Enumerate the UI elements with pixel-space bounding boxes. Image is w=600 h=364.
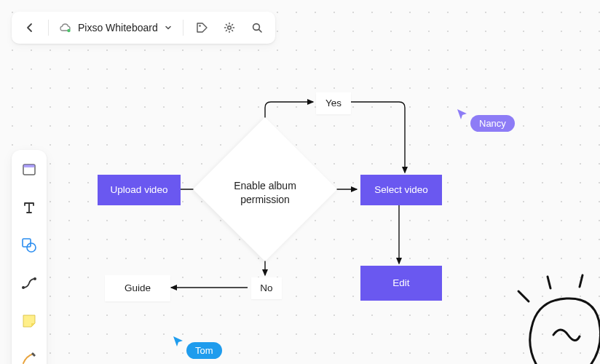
topbar: Pixso Whiteboard xyxy=(12,12,275,44)
tool-layout[interactable] xyxy=(17,157,42,182)
svg-point-16 xyxy=(27,243,36,252)
cursor-tom: Tom xyxy=(172,335,222,359)
cursor-icon xyxy=(172,335,185,348)
cloud-icon xyxy=(59,21,72,34)
cursor-label: Nancy xyxy=(470,115,515,132)
tag-icon xyxy=(195,21,208,34)
tool-shape[interactable] xyxy=(17,233,42,258)
svg-point-17 xyxy=(22,286,25,289)
tool-pen[interactable] xyxy=(17,347,42,364)
toolbar xyxy=(12,150,47,364)
node-enable-permission-label: Enable album permission xyxy=(214,179,316,207)
node-no[interactable]: No xyxy=(251,277,282,299)
chevron-left-icon xyxy=(24,22,36,33)
svg-line-7 xyxy=(580,275,583,287)
sticky-note-icon xyxy=(21,313,37,329)
svg-line-6 xyxy=(548,277,550,288)
svg-line-5 xyxy=(518,291,529,301)
cursor-icon xyxy=(456,108,469,121)
node-select-video[interactable]: Select video xyxy=(360,175,442,205)
file-title-dropdown[interactable]: Pixso Whiteboard xyxy=(55,21,177,34)
node-guide[interactable]: Guide xyxy=(105,275,170,301)
chevron-down-icon xyxy=(164,23,173,32)
svg-rect-14 xyxy=(23,165,35,167)
node-label: Guide xyxy=(125,282,151,295)
svg-point-8 xyxy=(67,29,70,32)
node-upload-video[interactable]: Upload video xyxy=(98,175,181,205)
node-label: Yes xyxy=(325,97,342,110)
node-label: No xyxy=(260,282,272,295)
canvas[interactable]: Upload video Enable album permission Yes… xyxy=(0,0,600,364)
connector-icon xyxy=(20,274,38,292)
tool-sticky-note[interactable] xyxy=(17,309,42,333)
settings-button[interactable] xyxy=(217,15,242,40)
tool-connector[interactable] xyxy=(17,271,42,296)
tag-button[interactable] xyxy=(189,15,214,40)
svg-point-18 xyxy=(33,277,36,280)
separator xyxy=(48,20,49,36)
node-yes[interactable]: Yes xyxy=(316,92,351,114)
node-label: Upload video xyxy=(111,183,168,197)
gear-icon xyxy=(223,21,236,34)
pen-icon xyxy=(20,350,38,364)
node-label: Edit xyxy=(392,277,409,290)
svg-line-12 xyxy=(258,29,261,32)
cursor-nancy: Nancy xyxy=(456,108,515,132)
layout-icon xyxy=(21,162,37,178)
back-button[interactable] xyxy=(17,15,42,40)
file-title: Pixso Whiteboard xyxy=(78,22,158,33)
node-edit[interactable]: Edit xyxy=(360,266,442,301)
search-icon xyxy=(250,21,264,34)
tool-text[interactable] xyxy=(17,195,42,220)
search-button[interactable] xyxy=(245,15,269,40)
node-label: Select video xyxy=(374,183,428,197)
svg-rect-15 xyxy=(23,239,31,247)
lightbulb-illustration xyxy=(497,255,600,364)
svg-point-10 xyxy=(227,26,231,30)
cursor-label: Tom xyxy=(186,342,222,359)
svg-point-9 xyxy=(199,25,200,26)
separator xyxy=(183,20,183,36)
shape-icon xyxy=(20,237,38,254)
text-icon xyxy=(21,199,37,215)
